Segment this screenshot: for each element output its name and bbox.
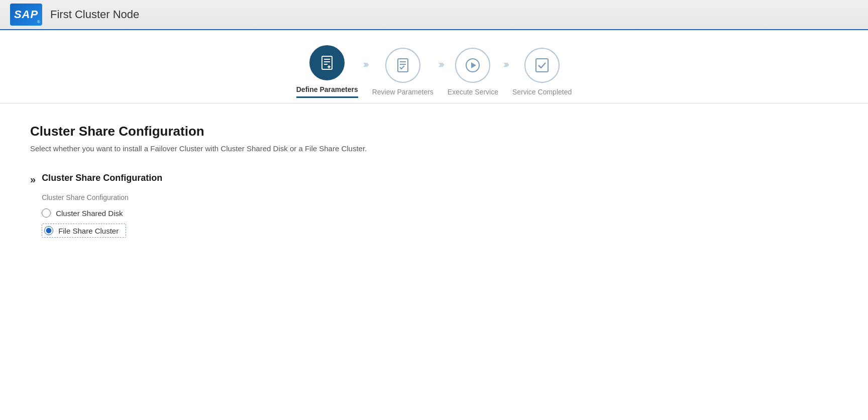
svg-marker-10 (471, 62, 476, 68)
step-define-underline (296, 96, 358, 98)
step-review-circle (385, 48, 420, 83)
radio-selected-box: File Share Cluster (42, 224, 126, 238)
main-content: Define Parameters ››› Review Parameters … (0, 30, 868, 420)
step-define-circle (309, 45, 345, 80)
radio-disk[interactable] (42, 208, 51, 218)
svg-rect-11 (536, 59, 548, 72)
play-icon (464, 57, 481, 74)
sap-logo-text: SAP (14, 8, 38, 21)
wizard-steps: Define Parameters ››› Review Parameters … (0, 30, 868, 103)
step-define-label: Define Parameters (296, 85, 358, 93)
sap-logo-registered: ® (37, 20, 40, 24)
step-execute-label: Execute Service (448, 88, 498, 96)
step-completed-circle (524, 48, 560, 83)
section-arrow-icon: » (30, 174, 34, 185)
app-title: First Cluster Node (50, 8, 139, 21)
step-review-label: Review Parameters (372, 88, 433, 96)
sap-logo: SAP ® (10, 4, 42, 26)
radio-share-label[interactable]: File Share Cluster (58, 227, 119, 235)
step-completed[interactable]: Service Completed (512, 48, 572, 96)
step-review[interactable]: Review Parameters (372, 48, 433, 96)
radio-option-disk: Cluster Shared Disk (42, 208, 838, 218)
field-label: Cluster Share Configuration (42, 193, 838, 201)
step-define[interactable]: Define Parameters (296, 45, 358, 98)
svg-rect-6 (398, 59, 408, 72)
svg-rect-0 (322, 56, 332, 69)
review-icon (394, 57, 411, 74)
radio-share[interactable] (44, 226, 53, 235)
section-title: Cluster Share Configuration (42, 173, 838, 183)
step-connector-1: ››› (363, 58, 367, 70)
check-icon (533, 57, 551, 74)
cluster-share-section: » Cluster Share Configuration Cluster Sh… (30, 173, 838, 244)
page-subtitle: Select whether you want to install a Fai… (30, 144, 838, 153)
page-content: Cluster Share Configuration Select wheth… (0, 103, 868, 279)
step-connector-3: ››› (503, 58, 507, 70)
radio-option-share: File Share Cluster (42, 224, 838, 238)
app-header: SAP ® First Cluster Node (0, 0, 868, 30)
step-completed-label: Service Completed (512, 88, 572, 96)
page-title: Cluster Share Configuration (30, 124, 838, 139)
step-connector-2: ››› (439, 58, 443, 70)
step-execute-circle (455, 48, 490, 83)
form-icon (318, 54, 336, 71)
step-execute[interactable]: Execute Service (448, 48, 498, 96)
section-body: Cluster Share Configuration Cluster Shar… (42, 173, 838, 244)
radio-disk-label[interactable]: Cluster Shared Disk (56, 209, 123, 218)
